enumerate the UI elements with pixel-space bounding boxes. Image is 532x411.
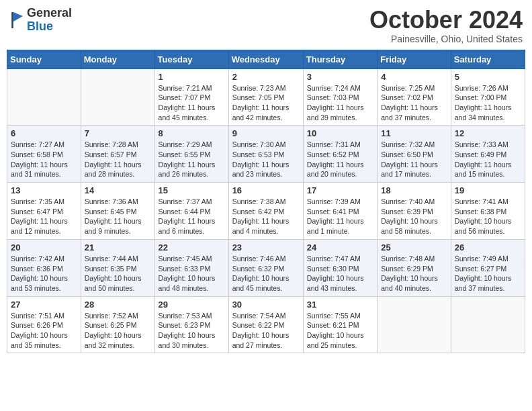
week-row-2: 6Sunrise: 7:27 AMSunset: 6:58 PMDaylight… bbox=[7, 126, 525, 183]
cell-content: Sunrise: 7:30 AMSunset: 6:53 PMDaylight:… bbox=[232, 140, 300, 179]
cell-content: Sunrise: 7:27 AMSunset: 6:58 PMDaylight:… bbox=[11, 140, 77, 179]
day-number: 20 bbox=[11, 242, 77, 253]
day-number: 3 bbox=[307, 72, 373, 82]
day-number: 2 bbox=[232, 72, 300, 82]
day-number: 31 bbox=[307, 300, 373, 310]
calendar-cell: 22Sunrise: 7:45 AMSunset: 6:33 PMDayligh… bbox=[154, 239, 228, 296]
cell-content: Sunrise: 7:51 AMSunset: 6:26 PMDaylight:… bbox=[11, 311, 77, 351]
week-row-4: 20Sunrise: 7:42 AMSunset: 6:36 PMDayligh… bbox=[7, 239, 525, 296]
cell-content: Sunrise: 7:26 AMSunset: 7:00 PMDaylight:… bbox=[455, 83, 521, 123]
day-number: 13 bbox=[11, 185, 77, 195]
day-number: 14 bbox=[85, 185, 151, 195]
cell-content: Sunrise: 7:44 AMSunset: 6:35 PMDaylight:… bbox=[85, 254, 151, 293]
cell-content: Sunrise: 7:39 AMSunset: 6:41 PMDaylight:… bbox=[307, 197, 373, 236]
calendar-cell bbox=[7, 68, 81, 126]
week-row-5: 27Sunrise: 7:51 AMSunset: 6:26 PMDayligh… bbox=[7, 296, 525, 353]
calendar-cell: 7Sunrise: 7:28 AMSunset: 6:57 PMDaylight… bbox=[81, 126, 154, 183]
day-number: 30 bbox=[232, 300, 300, 310]
header-saturday: Saturday bbox=[451, 50, 525, 68]
calendar-cell: 30Sunrise: 7:54 AMSunset: 6:22 PMDayligh… bbox=[228, 296, 303, 353]
calendar-cell: 17Sunrise: 7:39 AMSunset: 6:41 PMDayligh… bbox=[303, 183, 377, 240]
day-number: 28 bbox=[85, 300, 151, 310]
page-header: General Blue October 2024 Painesville, O… bbox=[7, 7, 525, 44]
logo: General Blue bbox=[9, 7, 72, 34]
day-number: 26 bbox=[455, 242, 521, 253]
cell-content: Sunrise: 7:31 AMSunset: 6:52 PMDaylight:… bbox=[307, 140, 373, 179]
day-number: 25 bbox=[381, 242, 447, 253]
day-number: 7 bbox=[85, 128, 151, 138]
cell-content: Sunrise: 7:53 AMSunset: 6:23 PMDaylight:… bbox=[159, 311, 225, 351]
calendar-cell bbox=[81, 68, 154, 126]
day-number: 6 bbox=[11, 128, 77, 138]
location: Painesville, Ohio, United States bbox=[369, 34, 523, 44]
header-tuesday: Tuesday bbox=[154, 50, 228, 68]
calendar-cell: 4Sunrise: 7:25 AMSunset: 7:02 PMDaylight… bbox=[378, 68, 451, 126]
title-section: October 2024 Painesville, Ohio, United S… bbox=[369, 7, 523, 44]
cell-content: Sunrise: 7:45 AMSunset: 6:33 PMDaylight:… bbox=[159, 254, 225, 293]
logo-icon bbox=[9, 11, 24, 30]
calendar-cell: 26Sunrise: 7:49 AMSunset: 6:27 PMDayligh… bbox=[451, 239, 525, 296]
calendar-cell: 10Sunrise: 7:31 AMSunset: 6:52 PMDayligh… bbox=[303, 126, 377, 183]
calendar-cell: 23Sunrise: 7:46 AMSunset: 6:32 PMDayligh… bbox=[228, 239, 303, 296]
calendar-cell: 11Sunrise: 7:32 AMSunset: 6:50 PMDayligh… bbox=[378, 126, 451, 183]
cell-content: Sunrise: 7:23 AMSunset: 7:05 PMDaylight:… bbox=[232, 83, 300, 123]
calendar-cell: 25Sunrise: 7:48 AMSunset: 6:29 PMDayligh… bbox=[378, 239, 451, 296]
day-number: 12 bbox=[455, 128, 521, 138]
cell-content: Sunrise: 7:46 AMSunset: 6:32 PMDaylight:… bbox=[232, 254, 300, 293]
month-title: October 2024 bbox=[369, 7, 523, 34]
calendar-cell: 19Sunrise: 7:41 AMSunset: 6:38 PMDayligh… bbox=[451, 183, 525, 240]
cell-content: Sunrise: 7:41 AMSunset: 6:38 PMDaylight:… bbox=[455, 197, 521, 236]
calendar-cell: 16Sunrise: 7:38 AMSunset: 6:42 PMDayligh… bbox=[228, 183, 303, 240]
calendar-cell: 28Sunrise: 7:52 AMSunset: 6:25 PMDayligh… bbox=[81, 296, 154, 353]
calendar-cell: 13Sunrise: 7:35 AMSunset: 6:47 PMDayligh… bbox=[7, 183, 81, 240]
cell-content: Sunrise: 7:32 AMSunset: 6:50 PMDaylight:… bbox=[381, 140, 447, 179]
cell-content: Sunrise: 7:21 AMSunset: 7:07 PMDaylight:… bbox=[159, 83, 225, 123]
cell-content: Sunrise: 7:35 AMSunset: 6:47 PMDaylight:… bbox=[11, 197, 77, 236]
cell-content: Sunrise: 7:49 AMSunset: 6:27 PMDaylight:… bbox=[455, 254, 521, 293]
day-number: 10 bbox=[307, 128, 373, 138]
header-thursday: Thursday bbox=[303, 50, 377, 68]
calendar-header-row: SundayMondayTuesdayWednesdayThursdayFrid… bbox=[7, 50, 525, 68]
calendar-cell: 24Sunrise: 7:47 AMSunset: 6:30 PMDayligh… bbox=[303, 239, 377, 296]
cell-content: Sunrise: 7:25 AMSunset: 7:02 PMDaylight:… bbox=[381, 83, 447, 123]
day-number: 8 bbox=[159, 128, 225, 138]
day-number: 22 bbox=[159, 242, 225, 253]
calendar-cell: 21Sunrise: 7:44 AMSunset: 6:35 PMDayligh… bbox=[81, 239, 154, 296]
cell-content: Sunrise: 7:24 AMSunset: 7:03 PMDaylight:… bbox=[307, 83, 373, 123]
svg-marker-0 bbox=[12, 12, 23, 28]
day-number: 15 bbox=[159, 185, 225, 195]
calendar-cell bbox=[451, 296, 525, 353]
calendar-cell: 12Sunrise: 7:33 AMSunset: 6:49 PMDayligh… bbox=[451, 126, 525, 183]
calendar-cell: 6Sunrise: 7:27 AMSunset: 6:58 PMDaylight… bbox=[7, 126, 81, 183]
cell-content: Sunrise: 7:29 AMSunset: 6:55 PMDaylight:… bbox=[159, 140, 225, 179]
header-wednesday: Wednesday bbox=[228, 50, 303, 68]
day-number: 1 bbox=[159, 72, 225, 82]
day-number: 4 bbox=[381, 72, 447, 82]
cell-content: Sunrise: 7:54 AMSunset: 6:22 PMDaylight:… bbox=[232, 311, 300, 351]
calendar-cell: 9Sunrise: 7:30 AMSunset: 6:53 PMDaylight… bbox=[228, 126, 303, 183]
cell-content: Sunrise: 7:42 AMSunset: 6:36 PMDaylight:… bbox=[11, 254, 77, 293]
day-number: 19 bbox=[455, 185, 521, 195]
calendar-cell: 15Sunrise: 7:37 AMSunset: 6:44 PMDayligh… bbox=[154, 183, 228, 240]
week-row-3: 13Sunrise: 7:35 AMSunset: 6:47 PMDayligh… bbox=[7, 183, 525, 240]
logo-blue: Blue bbox=[27, 20, 72, 34]
calendar-cell: 18Sunrise: 7:40 AMSunset: 6:39 PMDayligh… bbox=[378, 183, 451, 240]
calendar-cell: 5Sunrise: 7:26 AMSunset: 7:00 PMDaylight… bbox=[451, 68, 525, 126]
cell-content: Sunrise: 7:36 AMSunset: 6:45 PMDaylight:… bbox=[85, 197, 151, 236]
week-row-1: 1Sunrise: 7:21 AMSunset: 7:07 PMDaylight… bbox=[7, 68, 525, 126]
day-number: 23 bbox=[232, 242, 300, 253]
cell-content: Sunrise: 7:40 AMSunset: 6:39 PMDaylight:… bbox=[381, 197, 447, 236]
day-number: 5 bbox=[455, 72, 521, 82]
calendar-cell: 20Sunrise: 7:42 AMSunset: 6:36 PMDayligh… bbox=[7, 239, 81, 296]
calendar-cell: 1Sunrise: 7:21 AMSunset: 7:07 PMDaylight… bbox=[154, 68, 228, 126]
header-monday: Monday bbox=[81, 50, 154, 68]
day-number: 21 bbox=[85, 242, 151, 253]
cell-content: Sunrise: 7:48 AMSunset: 6:29 PMDaylight:… bbox=[381, 254, 447, 293]
calendar-cell: 29Sunrise: 7:53 AMSunset: 6:23 PMDayligh… bbox=[154, 296, 228, 353]
cell-content: Sunrise: 7:28 AMSunset: 6:57 PMDaylight:… bbox=[85, 140, 151, 179]
cell-content: Sunrise: 7:33 AMSunset: 6:49 PMDaylight:… bbox=[455, 140, 521, 179]
calendar-table: SundayMondayTuesdayWednesdayThursdayFrid… bbox=[7, 50, 525, 354]
cell-content: Sunrise: 7:55 AMSunset: 6:21 PMDaylight:… bbox=[307, 311, 373, 351]
logo-general: General bbox=[27, 7, 72, 20]
header-sunday: Sunday bbox=[7, 50, 81, 68]
